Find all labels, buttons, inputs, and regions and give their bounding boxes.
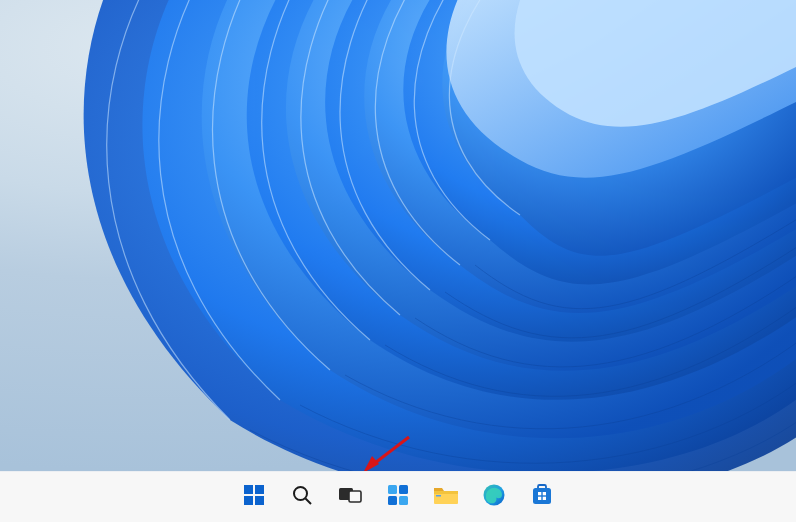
taskbar [0,471,796,522]
search-button[interactable] [282,477,322,517]
svg-rect-13 [399,496,408,505]
svg-rect-15 [434,491,458,494]
svg-rect-2 [244,485,253,494]
svg-rect-22 [543,497,546,500]
store-button[interactable] [522,477,562,517]
file-explorer-button[interactable] [426,477,466,517]
edge-button[interactable] [474,477,514,517]
widgets-icon [386,483,410,511]
desktop-wallpaper [0,0,796,471]
svg-rect-10 [388,485,397,494]
store-icon [530,483,554,511]
task-view-icon [338,485,362,509]
folder-icon [433,484,459,510]
svg-rect-11 [399,485,408,494]
search-icon [290,483,314,511]
windows-logo-icon [242,483,266,511]
svg-rect-5 [255,496,264,505]
start-button[interactable] [234,477,274,517]
edge-icon [482,483,506,511]
svg-line-7 [306,499,312,505]
task-view-button[interactable] [330,477,370,517]
svg-rect-9 [349,491,361,502]
svg-rect-4 [244,496,253,505]
svg-point-6 [294,487,307,500]
widgets-button[interactable] [378,477,418,517]
svg-rect-16 [436,495,441,497]
svg-rect-20 [543,492,546,495]
svg-rect-3 [255,485,264,494]
svg-rect-21 [538,497,541,500]
svg-rect-18 [533,488,551,504]
svg-rect-19 [538,492,541,495]
svg-rect-12 [388,496,397,505]
